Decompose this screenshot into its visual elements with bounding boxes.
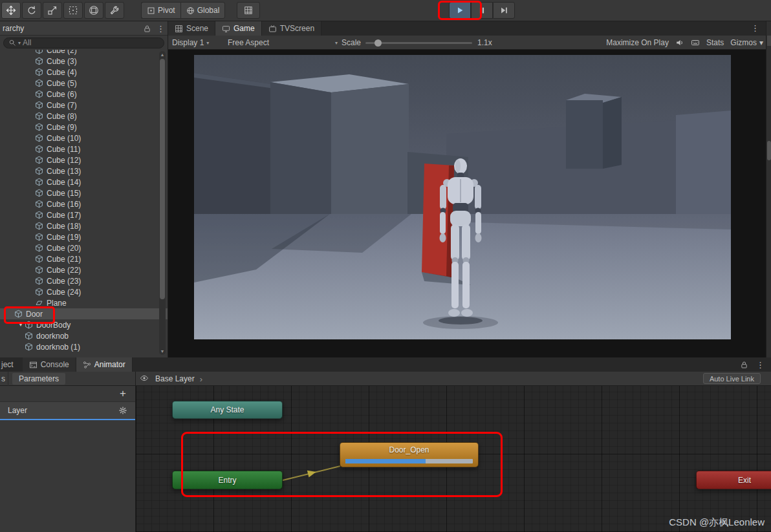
game-viewport[interactable] <box>168 50 766 357</box>
tab-game-label: Game <box>233 24 255 33</box>
scroll-up-icon[interactable]: ▲ <box>159 52 166 57</box>
search-input[interactable]: ▾ All <box>3 37 164 48</box>
hierarchy-row[interactable]: ▼ Cube (13) <box>0 165 168 176</box>
node-entry[interactable]: Entry <box>172 471 283 489</box>
tab-layers-partial[interactable]: s <box>0 372 8 386</box>
aspect-dropdown[interactable]: Free Aspect ▾ <box>228 36 338 50</box>
play-button[interactable] <box>449 2 471 19</box>
scroll-box[interactable] <box>767 36 771 46</box>
rotate-tool-button[interactable] <box>22 2 41 19</box>
hierarchy-header: rarchy ⋮ <box>0 21 168 36</box>
kebab-menu-icon[interactable]: ⋮ <box>756 361 765 369</box>
right-scroll-strip[interactable] <box>766 21 771 357</box>
step-button[interactable] <box>493 2 515 19</box>
lock-icon[interactable] <box>740 361 748 369</box>
object-label: DoorBody <box>36 321 71 330</box>
hierarchy-row[interactable]: ▼ Cube (19) <box>0 231 168 242</box>
hierarchy-row[interactable]: ▼ Cube (8) <box>0 111 168 122</box>
kebab-menu-icon[interactable]: ⋮ <box>157 25 165 33</box>
scene-icon <box>175 25 183 33</box>
hierarchy-row[interactable]: ▼ DoorBody <box>0 319 168 330</box>
hierarchy-row[interactable]: ▼ Cube (17) <box>0 209 168 220</box>
grid-snapping-button[interactable] <box>237 2 260 19</box>
hierarchy-row[interactable]: ▼ Cube (9) <box>0 122 168 133</box>
maximize-on-play-button[interactable]: Maximize On Play <box>606 38 669 47</box>
node-door-open[interactable]: Door_Open <box>340 442 479 467</box>
move-tool-button[interactable] <box>1 2 21 19</box>
hierarchy-row[interactable]: ▼ Cube (5) <box>0 78 168 89</box>
hierarchy-row[interactable]: ▼ Cube (16) <box>0 198 168 209</box>
hierarchy-row[interactable]: ▼ Cube (24) <box>0 286 168 297</box>
display-dropdown[interactable]: Display 1 ▾ <box>172 36 209 50</box>
hierarchy-row[interactable]: ▼ Cube (14) <box>0 176 168 187</box>
object-label: Cube (3) <box>47 57 77 66</box>
object-label: Cube (20) <box>47 244 81 253</box>
tab-console-label: Console <box>41 360 69 369</box>
auto-live-link-button[interactable]: Auto Live Link <box>703 373 761 384</box>
tab-console[interactable]: Console <box>23 357 76 372</box>
expander-icon[interactable]: ▼ <box>17 322 25 328</box>
transform-tool-button[interactable] <box>84 2 103 19</box>
hierarchy-row[interactable]: ▼ Cube (20) <box>0 242 168 253</box>
console-icon <box>29 361 38 369</box>
hierarchy-scrollbar[interactable]: ▲ ▼ <box>159 51 166 355</box>
object-icon <box>35 68 43 76</box>
pause-button[interactable] <box>471 2 493 19</box>
scrollbar-thumb[interactable] <box>160 59 165 299</box>
chevron-right-icon: › <box>200 374 202 384</box>
tab-parameters[interactable]: Parameters <box>12 373 65 385</box>
scale-tool-button[interactable] <box>43 2 62 19</box>
stats-button[interactable]: Stats <box>706 38 724 47</box>
hierarchy-row[interactable]: ▼ Cube (15) <box>0 187 168 198</box>
watermark: CSDN @亦枫Leonlew <box>669 516 765 529</box>
hierarchy-row[interactable]: ▼ doorknob <box>0 330 168 341</box>
custom-tool-button[interactable] <box>105 2 124 19</box>
hierarchy-row[interactable]: ▼ Cube (23) <box>0 275 168 286</box>
tab-tvscreen[interactable]: TVScreen <box>262 21 321 36</box>
gear-icon[interactable] <box>118 406 127 415</box>
hierarchy-panel: rarchy ⋮ ▾ All ▼ Cube (2) <box>0 21 168 357</box>
tab-animator[interactable]: Animator <box>76 357 133 372</box>
chevron-down-icon: ▾ <box>335 40 338 46</box>
kebab-menu-icon[interactable]: ⋮ <box>751 24 759 32</box>
eye-icon[interactable] <box>140 374 149 383</box>
tab-project-partial[interactable]: ject <box>0 357 17 372</box>
hierarchy-row[interactable]: ▼ Cube (12) <box>0 154 168 165</box>
hierarchy-row[interactable]: ▼ Cube (18) <box>0 220 168 231</box>
node-exit[interactable]: Exit <box>696 471 771 489</box>
hierarchy-row[interactable]: ▼ Cube (6) <box>0 89 168 100</box>
hierarchy-row[interactable]: ▼ Cube (11) <box>0 144 168 154</box>
gizmos-dropdown[interactable]: Gizmos ▾ <box>730 38 763 47</box>
hierarchy-row[interactable]: ▼ Cube (2) <box>0 50 168 56</box>
hierarchy-title: rarchy <box>3 24 24 33</box>
search-filter-caret-icon[interactable]: ▾ <box>18 40 21 46</box>
tab-scene[interactable]: Scene <box>168 21 215 36</box>
lock-icon[interactable] <box>143 25 151 33</box>
hierarchy-row[interactable]: ▼ Cube (10) <box>0 133 168 144</box>
animator-graph[interactable]: Any State Entry Door_Open Exit <box>136 386 771 532</box>
scroll-down-icon[interactable]: ▼ <box>159 349 166 354</box>
add-layer-button[interactable]: + <box>120 387 126 400</box>
hierarchy-row[interactable]: ▼ Cube (7) <box>0 100 168 111</box>
hierarchy-row[interactable]: ▼ Plane <box>0 297 168 308</box>
rect-tool-button[interactable] <box>63 2 83 19</box>
pivot-toggle-button[interactable]: Pivot <box>141 2 180 19</box>
wrench-icon <box>109 5 120 16</box>
tab-game[interactable]: Game <box>215 21 262 36</box>
hierarchy-row[interactable]: ▼ Cube (3) <box>0 56 168 67</box>
scale-slider-thumb[interactable] <box>375 39 382 47</box>
scale-slider[interactable] <box>365 42 472 44</box>
global-toggle-button[interactable]: Global <box>180 2 226 19</box>
breadcrumb-layer[interactable]: Base Layer <box>155 374 195 383</box>
speaker-icon[interactable] <box>675 38 684 47</box>
hierarchy-row[interactable]: ▼ Cube (21) <box>0 253 168 264</box>
hierarchy-row[interactable]: ▼ doorknob (1) <box>0 341 168 352</box>
animator-layers-panel: + Layer <box>0 386 136 532</box>
hierarchy-row[interactable]: ▼ Cube (22) <box>0 264 168 275</box>
hierarchy-row[interactable]: ▼ Door <box>0 308 168 319</box>
layer-row[interactable]: Layer <box>0 402 135 420</box>
node-any-state[interactable]: Any State <box>172 401 283 419</box>
hierarchy-row[interactable]: ▼ Cube (4) <box>0 67 168 78</box>
scrollbar-thumb[interactable] <box>767 141 771 160</box>
keyboard-icon[interactable] <box>691 38 700 47</box>
